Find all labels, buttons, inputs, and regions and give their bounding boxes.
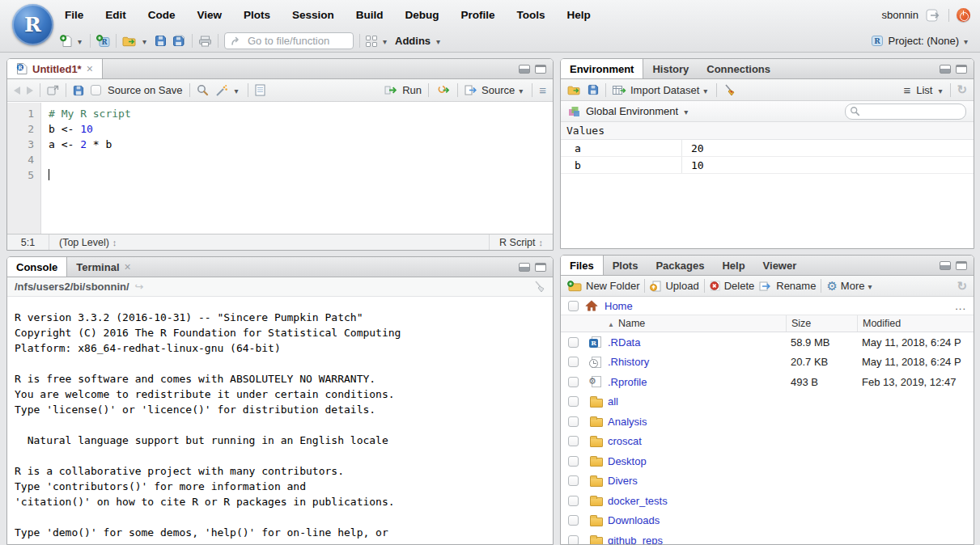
menu-item[interactable]: Debug	[405, 9, 439, 21]
new-folder-button[interactable]: New Folder	[567, 280, 639, 292]
files-pane-tab[interactable]: Packages	[647, 256, 713, 275]
environment-variable-row[interactable]: b 10	[561, 157, 974, 174]
close-icon[interactable]	[87, 63, 93, 75]
forward-icon[interactable]	[27, 87, 33, 95]
project-selector[interactable]: R Project: (None)	[871, 35, 970, 47]
menu-item[interactable]: Session	[292, 9, 334, 21]
minimize-icon[interactable]	[940, 261, 951, 270]
goto-directory-icon[interactable]	[135, 281, 144, 293]
file-name-link[interactable]: github_reps	[608, 534, 663, 545]
addins-caret-icon[interactable]	[436, 35, 443, 47]
files-pane-tab[interactable]: Viewer	[754, 256, 806, 275]
source-on-save-checkbox[interactable]	[91, 85, 101, 95]
maximize-icon[interactable]	[535, 263, 546, 272]
addins-label[interactable]: Addins	[395, 35, 431, 47]
select-all-checkbox[interactable]	[568, 301, 579, 311]
column-header-size[interactable]: Size	[786, 315, 857, 332]
source-tab[interactable]: R Untitled1*	[7, 59, 103, 78]
menu-item[interactable]: Tools	[517, 9, 545, 21]
find-icon[interactable]	[197, 84, 209, 96]
file-name-link[interactable]: all	[608, 395, 618, 408]
menu-item[interactable]: File	[65, 9, 83, 21]
minimize-icon[interactable]	[519, 65, 530, 74]
console-output[interactable]: R version 3.3.2 (2016-10-31) -- "Sincere…	[7, 297, 553, 540]
upload-button[interactable]: Upload	[650, 280, 698, 292]
code-editor[interactable]: 12345 # My R script b <- 10 a <- 2 * b	[7, 103, 553, 234]
delete-button[interactable]: Delete	[710, 280, 755, 292]
compile-notebook-icon[interactable]	[255, 84, 265, 96]
maximize-icon[interactable]	[956, 261, 967, 270]
open-file-icon[interactable]	[122, 36, 137, 47]
menu-item[interactable]: Plots	[244, 9, 270, 21]
file-row[interactable]: .RData 58.9 MB May 11, 2018, 6:24 P	[561, 332, 974, 353]
load-workspace-icon[interactable]	[567, 85, 581, 95]
list-view-label[interactable]: List	[916, 84, 932, 96]
save-all-icon[interactable]	[172, 35, 186, 47]
new-project-icon[interactable]: R	[96, 35, 110, 48]
menu-item[interactable]: Edit	[105, 9, 126, 21]
scope-selector[interactable]: (Top Level)	[49, 234, 126, 250]
files-pane-tab[interactable]: Files	[561, 256, 604, 275]
file-checkbox[interactable]	[568, 475, 579, 486]
files-pane-tab[interactable]: Help	[713, 256, 753, 275]
clear-environment-icon[interactable]	[723, 84, 736, 96]
file-name-link[interactable]: docker_tests	[608, 495, 668, 507]
scope-dropdown[interactable]: Global Environment	[586, 105, 678, 117]
minimize-icon[interactable]	[519, 263, 530, 272]
document-outline-icon[interactable]: ≡	[539, 83, 546, 97]
rerun-icon[interactable]	[435, 85, 451, 95]
file-row[interactable]: .Rprofile 493 B Feb 13, 2019, 12:47	[561, 372, 974, 392]
file-row[interactable]: all	[561, 392, 974, 412]
list-view-caret-icon[interactable]	[938, 84, 944, 96]
file-name-link[interactable]: Downloads	[608, 514, 660, 526]
file-row[interactable]: Downloads	[561, 511, 974, 531]
quit-session-button[interactable]	[957, 8, 970, 22]
file-name-link[interactable]: .RData	[608, 336, 640, 349]
menu-item[interactable]: Build	[356, 9, 384, 21]
close-icon[interactable]	[125, 261, 131, 273]
environment-tab[interactable]: Connections	[698, 59, 779, 78]
more-button[interactable]: ⚙ More	[826, 279, 874, 294]
environment-variable-row[interactable]: a 20	[561, 140, 974, 157]
menu-item[interactable]: Help	[567, 9, 591, 21]
file-checkbox[interactable]	[568, 515, 579, 526]
addins-grid-icon[interactable]	[366, 36, 377, 47]
file-name-link[interactable]: Analysis	[608, 416, 647, 428]
file-checkbox[interactable]	[568, 357, 579, 367]
new-file-icon[interactable]	[60, 35, 72, 48]
files-pane-tab[interactable]: Plots	[604, 256, 647, 275]
file-checkbox[interactable]	[568, 377, 579, 387]
file-checkbox[interactable]	[568, 456, 579, 467]
file-checkbox[interactable]	[568, 496, 579, 506]
minimize-icon[interactable]	[940, 65, 951, 74]
file-name-link[interactable]: .Rprofile	[608, 376, 647, 388]
file-row[interactable]: Analysis	[561, 412, 974, 432]
popout-window-icon[interactable]	[47, 85, 59, 95]
maximize-icon[interactable]	[956, 65, 967, 74]
print-icon[interactable]	[198, 36, 212, 47]
breadcrumb-ellipsis[interactable]: ...	[955, 300, 966, 312]
code-tools-caret-icon[interactable]	[235, 84, 241, 96]
code-area[interactable]: # My R script b <- 10 a <- 2 * b	[41, 103, 553, 234]
refresh-icon[interactable]: ↻	[957, 279, 967, 294]
breadcrumb-home-link[interactable]: Home	[605, 300, 633, 312]
file-type-selector[interactable]: R Script	[489, 234, 553, 250]
file-checkbox[interactable]	[568, 436, 579, 446]
save-workspace-icon[interactable]	[588, 84, 599, 95]
list-view-icon[interactable]: ≡	[903, 83, 910, 97]
scope-caret-icon[interactable]	[684, 105, 690, 117]
environment-tab[interactable]: Environment	[561, 59, 643, 78]
file-name-link[interactable]: Desktop	[608, 455, 647, 467]
file-row[interactable]: github_reps	[561, 530, 974, 545]
environment-search-input[interactable]	[845, 104, 966, 120]
rename-button[interactable]: Rename	[759, 280, 816, 292]
save-icon[interactable]	[73, 85, 84, 96]
environment-tab[interactable]: History	[643, 59, 698, 78]
file-row[interactable]: docker_tests	[561, 491, 974, 511]
file-row[interactable]: croscat	[561, 432, 974, 452]
file-checkbox[interactable]	[568, 396, 579, 407]
addins-grid-caret-icon[interactable]	[383, 35, 389, 47]
source-button[interactable]: Source	[465, 84, 525, 96]
console-tab[interactable]: Console	[7, 257, 67, 277]
code-tools-wand-icon[interactable]	[215, 84, 228, 97]
